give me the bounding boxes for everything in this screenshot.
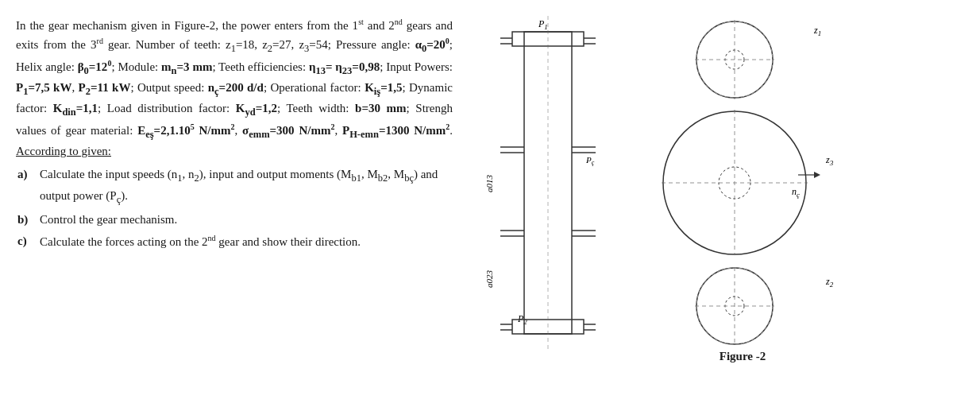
- main-paragraph: In the gear mechanism given in Figure-2,…: [16, 16, 453, 161]
- a013-label: a013: [484, 175, 494, 193]
- list-label-b: b): [17, 211, 28, 229]
- figure-caption: Figure -2: [720, 350, 766, 363]
- left-diagram: P1 a013 a023 P2 Pç: [469, 16, 627, 353]
- p1-label: P1: [538, 18, 548, 31]
- list-item-b: b) Control the gear mechanism.: [40, 211, 453, 229]
- nc-label: nç: [792, 186, 800, 199]
- z3-label: z3: [825, 154, 834, 167]
- figure-section: P1 a013 a023 P2 Pç: [461, 16, 972, 363]
- list-item-c: c) Calculate the forces acting on the 2n…: [40, 232, 453, 251]
- question-list: a) Calculate the input speeds (n1, n2), …: [16, 165, 453, 251]
- shaft-diagram: P1 a013 a023 P2 Pç: [469, 16, 627, 350]
- list-label-a: a): [17, 165, 28, 184]
- pc-label: Pç: [585, 155, 595, 166]
- gear-circles-diagram: z1 z3 z2 nç: [639, 16, 846, 350]
- list-item-a: a) Calculate the input speeds (n1, n2), …: [40, 165, 453, 207]
- a023-label: a023: [484, 270, 494, 289]
- z2-label: z2: [825, 276, 834, 289]
- text-section: In the gear mechanism given in Figure-2,…: [16, 16, 461, 255]
- list-label-c: c): [17, 232, 27, 250]
- z1-label: z1: [813, 25, 821, 37]
- nc-arrowhead: [814, 172, 820, 178]
- right-diagram-container: z1 z3 z2 nç: [639, 16, 846, 363]
